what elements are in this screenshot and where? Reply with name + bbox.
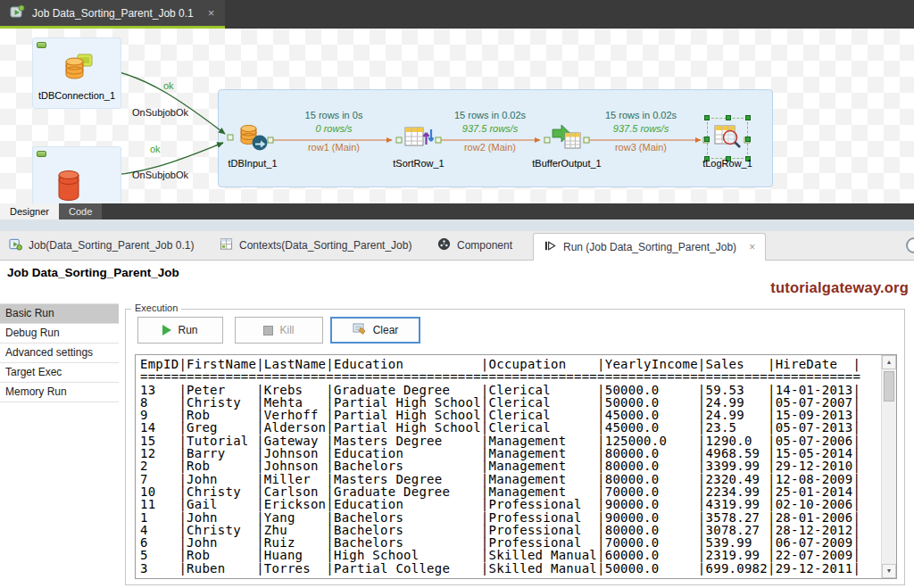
tab-label: Run (Job Data_Sorting_Parent_Job) (563, 241, 736, 253)
tlogrow-icon (712, 121, 743, 152)
run-button-label: Run (178, 324, 197, 336)
sidebar-item-advanced-settings[interactable]: Advanced settings (0, 344, 119, 363)
designer-code-bar: Designer Code (0, 203, 914, 219)
execution-legend: Execution (131, 302, 181, 313)
editor-tab-job[interactable]: Job Data_Sorting_Parent_Job 0.1 × (0, 0, 225, 29)
component-label: tLogRow_1 (683, 158, 772, 169)
editor-tab-close-icon[interactable]: × (208, 6, 215, 20)
scrollbar-thumb[interactable] (884, 371, 894, 402)
job-title: Job Data_Sorting_Parent_Job (7, 266, 179, 279)
component-label: tBufferOutput_1 (522, 158, 611, 169)
editor-tab-title: Job Data_Sorting_Parent_Job 0.1 (32, 7, 194, 20)
console-output: EmpID|FirstName|LastName|Education |Occu… (140, 358, 877, 576)
run-icon (544, 239, 557, 255)
tbufferoutput-icon (552, 121, 582, 152)
watermark: tutorialgateway.org (770, 279, 909, 296)
execution-group: Execution Run Kill Clear (125, 309, 905, 585)
tab-code[interactable]: Code (59, 203, 102, 219)
bottom-view-tabbar: Job(Data_Sorting_Parent_Job 0.1) Context… (0, 231, 914, 261)
job-design-canvas[interactable]: tDBConnection_1 (0, 29, 914, 203)
scroll-up-icon[interactable]: ▲ (882, 355, 896, 369)
tab-label: Component (457, 239, 512, 252)
tab-contexts-view[interactable]: Contexts(Data_Sorting_Parent_Job) (220, 231, 411, 260)
subjob-start-led-icon (37, 42, 46, 48)
scroll-down-icon[interactable]: ▼ (882, 564, 896, 578)
flow-stats: 15 rows in 0s 0 rows/s (271, 109, 396, 136)
run-sidebar: Basic Run Debug Run Advanced settings Ta… (0, 303, 119, 402)
flow-label: row2 (Main) (432, 142, 548, 153)
subjob-start-led-icon (37, 151, 46, 157)
contexts-icon (220, 237, 233, 253)
kill-button-label: Kill (279, 324, 294, 336)
component-partial[interactable] (32, 146, 121, 203)
flow-label: row3 (Main) (583, 142, 699, 153)
clear-button[interactable]: Clear (330, 317, 420, 344)
trigger-name-label: ok (163, 80, 174, 91)
stop-icon (263, 326, 273, 335)
tab-close-icon[interactable]: × (749, 241, 755, 253)
kill-button[interactable]: Kill (235, 317, 323, 344)
component-label: tDBInput_1 (208, 158, 297, 169)
run-view-panel: Job Data_Sorting_Parent_Job tutorialgate… (0, 261, 914, 588)
play-icon (162, 325, 171, 335)
tdbinput-icon (237, 121, 268, 152)
separator-strip (0, 219, 914, 231)
sidebar-item-target-exec[interactable]: Target Exec (0, 363, 119, 383)
console-scrollbar[interactable]: ▲ ▼ (881, 355, 896, 578)
job-icon (9, 237, 22, 253)
component-label: tSortRow_1 (374, 158, 463, 169)
talend-studio-window: Job Data_Sorting_Parent_Job 0.1 × (0, 0, 914, 588)
tab-label: Contexts(Data_Sorting_Parent_Job) (239, 239, 411, 252)
component-label: tDBConnection_1 (33, 90, 120, 101)
sidebar-item-memory-run[interactable]: Memory Run (0, 383, 119, 402)
flow-stats: 15 rows in 0.02s 937.5 rows/s (578, 109, 703, 136)
tab-component-view[interactable]: Component (437, 231, 512, 260)
sidebar-item-debug-run[interactable]: Debug Run (0, 324, 119, 344)
console-panel[interactable]: EmpID|FirstName|LastName|Education |Occu… (135, 354, 897, 579)
tab-designer[interactable]: Designer (0, 203, 59, 219)
clear-button-label: Clear (373, 324, 399, 336)
trigger-name-label: ok (150, 144, 161, 154)
trigger-type-label: OnSubjobOk (132, 170, 188, 180)
trigger-type-label: OnSubjobOk (132, 107, 188, 118)
component-icon (437, 237, 451, 253)
partial-toolbar-icon[interactable] (906, 237, 914, 253)
component-tdbconnection[interactable]: tDBConnection_1 (32, 37, 121, 109)
tab-run-view[interactable]: Run (Job Data_Sorting_Parent_Job) × (533, 233, 766, 261)
tab-label: Job(Data_Sorting_Parent_Job 0.1) (29, 239, 194, 252)
tab-job-view[interactable]: Job(Data_Sorting_Parent_Job 0.1) (9, 231, 194, 260)
sidebar-item-basic-run[interactable]: Basic Run (0, 304, 119, 324)
run-button[interactable]: Run (137, 317, 223, 344)
flow-label: row1 (Main) (276, 142, 392, 153)
tdbconnection-icon (62, 53, 94, 88)
clear-icon (353, 322, 367, 338)
flow-stats: 15 rows in 0.02s 937.5 rows/s (428, 109, 553, 136)
job-file-icon (9, 4, 25, 23)
editor-tab-bar: Job Data_Sorting_Parent_Job 0.1 × (0, 0, 914, 29)
database-icon-partial (54, 167, 85, 203)
